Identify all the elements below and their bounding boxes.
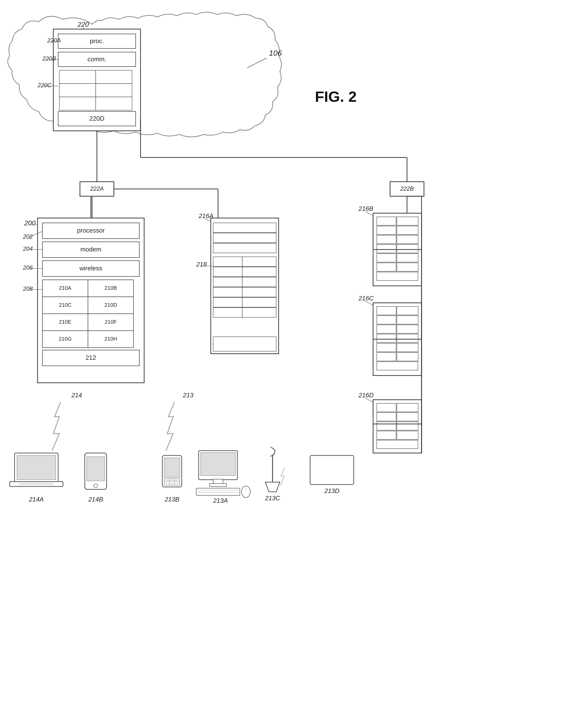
216d-cell-r1c1 xyxy=(377,404,396,412)
lightning-213 xyxy=(166,402,174,451)
label-210c: 210C xyxy=(59,302,72,308)
ref-204: 204 xyxy=(23,245,33,252)
216c-cell-r6c2 xyxy=(397,353,418,361)
ref-216d: 216D xyxy=(358,391,374,399)
216d-cell-r2c2 xyxy=(397,413,418,421)
ref-220c: 220C xyxy=(37,82,52,88)
216c-cell-r4c2 xyxy=(397,334,418,343)
ref-216c: 216C xyxy=(358,295,374,302)
rack-216a-bottom xyxy=(213,337,276,351)
ref-220b: 220B xyxy=(42,55,56,62)
grid-cell-1-2 xyxy=(96,70,132,84)
216d-cell-r5 xyxy=(377,440,418,449)
216d-cell-r3c2 xyxy=(397,422,418,430)
216c-cell-r5c1 xyxy=(377,343,396,352)
device-214a: 214A xyxy=(10,453,63,503)
ref-216b: 216B xyxy=(358,205,373,212)
lightning-213-right xyxy=(281,467,285,486)
grid-cell-3-1 xyxy=(59,97,96,110)
rack-216a-g4-2 xyxy=(242,287,276,297)
ref-220: 220 xyxy=(77,20,89,28)
216c-cell-r1c1 xyxy=(377,306,396,315)
device-213c: 213C xyxy=(265,447,285,502)
cloud-group: 106 proc. 220A comm. 220B 220C xyxy=(8,12,282,137)
rack-216a-g4-1 xyxy=(213,287,242,297)
label-222a: 222A xyxy=(90,185,104,192)
216b-cell-r6c2 xyxy=(397,263,418,271)
label-wireless: wireless xyxy=(79,265,102,272)
rack-216a-g5-2 xyxy=(242,297,276,307)
ref-214: 214 xyxy=(71,391,82,399)
device-213d: 213D xyxy=(310,455,354,495)
svg-rect-18 xyxy=(10,482,63,487)
label-210h: 210H xyxy=(104,336,117,342)
label-proc: proc. xyxy=(90,37,104,45)
svg-rect-17 xyxy=(17,455,56,480)
216b-cell-r5c1 xyxy=(377,253,396,262)
label-213c: 213C xyxy=(265,495,280,502)
216b-cell-r2c2 xyxy=(397,226,418,234)
ref-218: 218 xyxy=(196,261,207,268)
rack-216a-g3-2 xyxy=(242,277,276,287)
label-210d: 210D xyxy=(104,302,117,308)
216c-cell-r3c2 xyxy=(397,325,418,333)
rack-216a-g2-1 xyxy=(213,267,242,277)
label-comm: comm. xyxy=(87,56,106,63)
216d-cell-r1c2 xyxy=(397,404,418,412)
rack-216a-g2-2 xyxy=(242,267,276,277)
216b-cell-r3c1 xyxy=(377,235,396,244)
216b-cell-r3c2 xyxy=(397,235,418,244)
rack-216a-g6-2 xyxy=(242,308,276,317)
fig-label: FIG. 2 xyxy=(315,88,357,105)
216b-cell-r7 xyxy=(377,272,418,281)
ref-202: 202 xyxy=(23,233,33,240)
label-210e: 210E xyxy=(59,319,71,325)
label-processor: processor xyxy=(77,227,105,234)
216c-cell-r5c2 xyxy=(397,343,418,352)
label-210a: 210A xyxy=(59,285,71,291)
216d-cell-r4c2 xyxy=(397,431,418,439)
216c-cell-r3c1 xyxy=(377,325,396,333)
device-213a: 213A xyxy=(196,451,250,504)
rack-216a-r2 xyxy=(213,233,276,243)
svg-rect-22 xyxy=(87,457,105,481)
grid-cell-1-1 xyxy=(59,70,96,84)
label-213d: 213D xyxy=(324,487,340,495)
216c-cell-r1c2 xyxy=(397,306,418,315)
ref-213: 213 xyxy=(183,391,194,399)
ref-208: 208 xyxy=(23,285,33,292)
grid-cell-2-1 xyxy=(59,84,96,97)
lightning-214 xyxy=(52,402,61,451)
svg-rect-33 xyxy=(210,484,226,487)
216b-cell-r1c1 xyxy=(377,217,396,225)
device-213b: 213B xyxy=(162,455,182,503)
216c-cell-r4c1 xyxy=(377,334,396,343)
label-213b: 213B xyxy=(164,496,180,503)
label-214b: 214B xyxy=(88,496,103,503)
rack-216a-g5-1 xyxy=(213,297,242,307)
216c-cell-r2c1 xyxy=(377,316,396,324)
grid-cell-3-2 xyxy=(96,97,132,110)
216b-cell-r4c2 xyxy=(397,244,418,253)
label-modem: modem xyxy=(80,246,101,253)
216d-cell-r4c1 xyxy=(377,431,396,439)
svg-rect-31 xyxy=(201,452,235,476)
label-213a: 213A xyxy=(213,497,228,504)
svg-rect-25 xyxy=(164,458,180,477)
rack-216a-g6-1 xyxy=(213,308,242,317)
rack-216a-g1-1 xyxy=(213,257,242,267)
diagram: 106 proc. 220A comm. 220B 220C xyxy=(0,0,572,728)
svg-rect-41 xyxy=(310,455,354,485)
ref-206: 206 xyxy=(23,264,33,271)
label-106: 106 xyxy=(269,49,282,57)
rack-216a-r3 xyxy=(213,243,276,253)
216c-cell-r6c1 xyxy=(377,353,396,361)
ref-220a: 220A xyxy=(47,37,61,44)
label-220d: 220D xyxy=(89,115,104,122)
216b-cell-r2c1 xyxy=(377,226,396,234)
ref-200: 200 xyxy=(24,219,35,227)
216b-cell-r5c2 xyxy=(397,253,418,262)
216b-cell-r6c1 xyxy=(377,263,396,271)
216c-cell-r2c2 xyxy=(397,316,418,324)
216d-cell-r3c1 xyxy=(377,422,396,430)
